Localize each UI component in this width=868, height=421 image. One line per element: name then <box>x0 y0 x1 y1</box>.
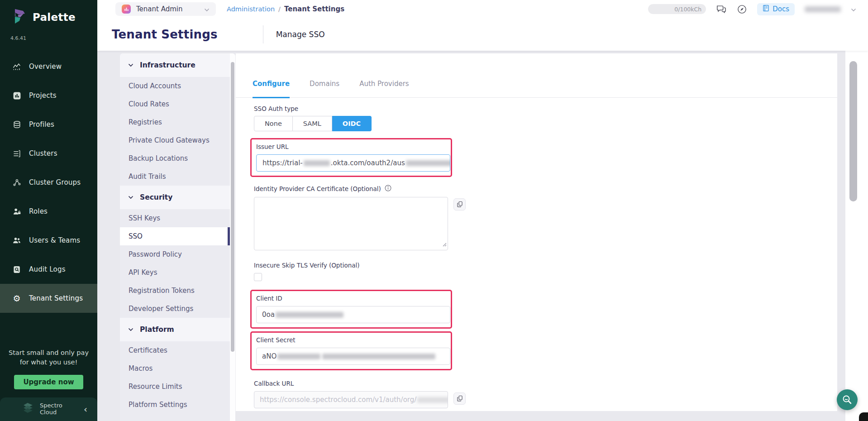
page-title: Tenant Settings <box>112 28 218 41</box>
gear-icon: ⚙ <box>12 294 21 303</box>
settings-item-sso[interactable]: SSO <box>120 227 230 245</box>
info-icon[interactable] <box>385 185 391 193</box>
chevron-down-icon <box>204 5 210 14</box>
tenant-settings-nav: Infrastructure Cloud Accounts Cloud Rate… <box>120 53 235 421</box>
settings-item-backup-locations[interactable]: Backup Locations <box>120 149 230 167</box>
client-id-label: Client ID <box>256 295 448 302</box>
ca-certificate-textarea[interactable] <box>254 197 448 250</box>
client-id-input[interactable]: 0oa <box>256 306 450 323</box>
settings-item-api-keys[interactable]: API Keys <box>120 263 230 282</box>
copy-button[interactable] <box>453 392 466 405</box>
sidebar-item-label: Projects <box>29 91 57 100</box>
sso-auth-type-label: SSO Auth type <box>254 105 837 112</box>
app-name: Palette <box>33 11 76 23</box>
clusters-icon <box>12 149 21 158</box>
client-id-annotation-box: Client ID 0oa <box>250 290 452 329</box>
settings-item-cloud-accounts[interactable]: Cloud Accounts <box>120 77 230 95</box>
primary-nav: Overview Projects Profiles Clusters Clus… <box>0 52 97 313</box>
section-security[interactable]: Security <box>120 186 230 209</box>
sidebar-item-clusters[interactable]: Clusters <box>0 139 97 168</box>
callback-url-input: https://console.spectrocloud.com/v1/auth… <box>254 391 448 408</box>
sidebar-item-label: Tenant Settings <box>29 294 83 302</box>
chat-icon[interactable] <box>716 4 727 14</box>
settings-item-resource-limits[interactable]: Resource Limits <box>120 378 230 396</box>
screen-corner-overlay <box>859 412 868 421</box>
settings-item-cloud-rates[interactable]: Cloud Rates <box>120 95 230 113</box>
topbar: Tenant Admin Administration / Tenant Set… <box>97 0 868 18</box>
docs-book-icon <box>763 5 769 14</box>
tab-domains[interactable]: Domains <box>310 80 339 97</box>
copy-button[interactable] <box>453 198 466 210</box>
settings-item-private-cloud-gateways[interactable]: Private Cloud Gateways <box>120 131 230 149</box>
settings-item-audit-trails[interactable]: Audit Trails <box>120 167 230 186</box>
projects-icon <box>12 91 21 100</box>
sidebar-item-tenant-settings[interactable]: ⚙ Tenant Settings <box>0 284 97 313</box>
upgrade-promo: Start small and only pay for what you us… <box>0 342 97 398</box>
chevron-down-icon[interactable] <box>851 5 856 14</box>
sidebar-item-label: Audit Logs <box>29 265 66 273</box>
sso-configure-panel: Configure Domains Auth Providers SSO Aut… <box>235 53 837 411</box>
ca-certificate-row <box>254 197 837 250</box>
docs-label: Docs <box>773 5 789 13</box>
auth-type-saml-button[interactable]: SAML <box>293 116 332 131</box>
help-compass-icon[interactable] <box>737 4 747 14</box>
help-beacon-button[interactable] <box>837 389 858 410</box>
client-secret-input[interactable]: aNO <box>256 348 450 365</box>
chevron-down-icon <box>128 63 134 67</box>
settings-item-ssh-keys[interactable]: SSH Keys <box>120 209 230 227</box>
issuer-url-input[interactable]: https://trial-.okta.com/oauth2/aus <box>256 154 450 172</box>
page-scrollbar-thumb[interactable] <box>849 61 857 201</box>
cluster-groups-icon <box>12 178 21 187</box>
settings-item-password-policy[interactable]: Password Policy <box>120 245 230 263</box>
breadcrumb-current: Tenant Settings <box>284 5 344 13</box>
palette-logo[interactable]: Palette <box>0 0 97 27</box>
sidebar-item-roles[interactable]: Roles <box>0 197 97 226</box>
usage-label: 0/100kCh <box>674 6 701 13</box>
page-subtitle: Manage SSO <box>276 30 325 39</box>
section-platform[interactable]: Platform <box>120 318 230 341</box>
sidebar-item-audit-logs[interactable]: Audit Logs <box>0 255 97 284</box>
user-menu-redacted[interactable] <box>805 6 841 12</box>
page-scrollbar-track <box>845 51 868 421</box>
overview-icon <box>12 62 21 71</box>
redacted-text <box>276 312 343 318</box>
sidebar-item-profiles[interactable]: Profiles <box>0 110 97 139</box>
sidebar-item-overview[interactable]: Overview <box>0 52 97 81</box>
sidebar-item-cluster-groups[interactable]: Cluster Groups <box>0 168 97 197</box>
audit-logs-icon <box>12 265 21 274</box>
client-secret-annotation-box: Client Secret aNO <box>250 331 452 370</box>
settings-item-developer-settings[interactable]: Developer Settings <box>120 300 230 318</box>
sidebar-item-projects[interactable]: Projects <box>0 81 97 110</box>
section-infrastructure[interactable]: Infrastructure <box>120 53 230 77</box>
redacted-text <box>406 160 450 166</box>
sidebar-item-label: Roles <box>29 207 48 215</box>
tab-auth-providers[interactable]: Auth Providers <box>359 80 409 97</box>
settings-nav-scroll-thumb[interactable] <box>231 62 234 352</box>
settings-item-platform-settings[interactable]: Platform Settings <box>120 396 230 414</box>
docs-button[interactable]: Docs <box>757 3 795 15</box>
tab-configure[interactable]: Configure <box>253 80 290 98</box>
upgrade-now-button[interactable]: Upgrade now <box>14 375 83 389</box>
settings-item-registries[interactable]: Registries <box>120 113 230 131</box>
roles-icon <box>12 207 21 216</box>
sidebar-item-users-teams[interactable]: Users & Teams <box>0 226 97 255</box>
skip-tls-checkbox[interactable] <box>254 273 262 281</box>
chevron-down-icon <box>128 328 134 331</box>
breadcrumb-administration[interactable]: Administration <box>227 5 275 13</box>
auth-type-none-button[interactable]: None <box>254 116 293 131</box>
main-sidebar: Palette 4.6.41 Overview Projects Profile… <box>0 0 97 421</box>
users-teams-icon <box>12 236 21 245</box>
collapse-sidebar-icon[interactable]: ‹ <box>84 405 87 414</box>
settings-item-macros[interactable]: Macros <box>120 359 230 378</box>
brand-name: Spectro Cloud <box>40 402 62 416</box>
auth-type-oidc-button[interactable]: OIDC <box>332 116 372 131</box>
sidebar-item-label: Overview <box>29 62 62 71</box>
settings-item-registration-tokens[interactable]: Registration Tokens <box>120 282 230 300</box>
redacted-text <box>277 354 320 359</box>
project-scope-selector[interactable]: Tenant Admin <box>115 2 216 16</box>
title-divider <box>263 25 263 43</box>
usage-meter: 0/100kCh <box>648 4 706 14</box>
redacted-text <box>304 160 330 166</box>
sso-auth-type-toggle: None SAML OIDC <box>254 116 372 131</box>
settings-item-certificates[interactable]: Certificates <box>120 341 230 359</box>
